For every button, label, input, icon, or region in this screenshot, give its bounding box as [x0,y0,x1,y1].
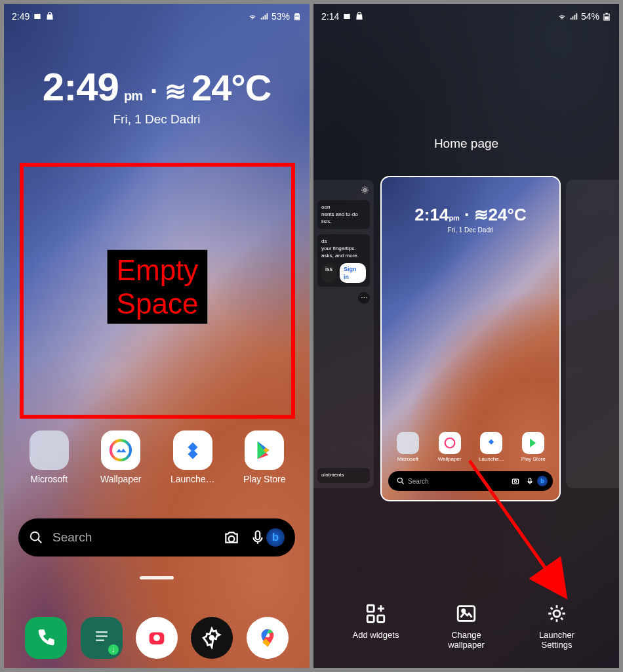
dock-phone[interactable] [25,617,67,659]
svg-point-6 [153,635,160,641]
app-wallpaper[interactable]: Wallpaper [89,430,152,484]
option-label: Add widgets [353,630,399,640]
widgets-icon [365,602,387,625]
feed-card-appointments: ointments [317,468,370,483]
svg-point-13 [445,438,454,448]
wifi-icon [248,12,257,21]
option-label: Change wallpaper [448,630,485,650]
svg-rect-0 [295,16,299,20]
feed-text: your fingertips. [321,245,366,253]
fog-icon: ≋ [474,205,489,224]
separator-dot: · [150,77,157,106]
home-screen-left: 2:49 53% 2:49 pm · ≋ 24°C Fri, 1 Dec Dad… [4,4,310,668]
clock-weather-widget[interactable]: 2:49 pm · ≋ 24°C Fri, 1 Dec Dadri [4,64,310,127]
mini-search-bar: Search b [388,471,553,491]
mini-search-text: Search [408,478,429,485]
home-page-title: Home page [313,136,619,151]
wallpaper-icon [439,432,461,454]
add-widgets-button[interactable]: Add widgets [340,602,412,650]
battery-icon [602,12,611,21]
dock-maps[interactable] [247,617,289,659]
battery-percent: 53% [271,11,290,22]
mic-icon[interactable] [249,529,266,546]
app-row: Microsoft Wallpaper Launche… Play Store [4,430,310,484]
feed-panel-thumbnail[interactable]: oon nents and to-do lists. ds your finge… [313,180,374,488]
option-label: Launcher Settings [539,630,574,650]
home-indicator[interactable] [140,576,174,579]
clock-ampm: pm [124,89,142,104]
dismiss-button[interactable]: iss [321,263,336,283]
launcher-settings-button[interactable]: Launcher Settings [521,602,593,650]
feed-text: ds [321,238,366,245]
search-icon [396,476,405,486]
dock-camera[interactable] [136,617,178,659]
launcher-icon [173,430,212,470]
svg-point-1 [111,440,131,460]
battery-percent: 54% [581,11,599,22]
mini-temp: 24°C [489,205,527,224]
home-screen-right-edit-mode: 2:14 54% Home page oon nents and to-do l… [313,4,619,668]
status-bar: 2:49 53% [4,4,310,25]
search-icon [29,530,43,545]
svg-line-15 [401,482,404,484]
app-label: Play Store [243,474,286,484]
more-icon[interactable]: ⋯ [358,292,370,304]
dock-notes[interactable]: ↓ [81,617,123,659]
status-left: 2:14 [321,11,364,22]
play-store-icon [245,430,284,470]
date-location: Fri, 1 Dec Dadri [4,112,310,127]
status-time: 2:49 [12,11,30,22]
svg-rect-4 [256,531,260,539]
launcher-options-row: Add widgets Change wallpaper Launcher Se… [313,602,619,650]
signin-button[interactable]: Sign in [340,263,366,283]
separator-dot: · [464,205,473,224]
mini-ampm: pm [449,214,460,222]
svg-point-17 [514,480,517,483]
app-microsoft-folder[interactable]: Microsoft [18,430,81,484]
svg-rect-16 [512,479,518,484]
mini-clock-widget: 2:14pm · ≋24°C Fri, 1 Dec Dadri [382,205,559,234]
camera-icon[interactable] [223,529,240,546]
svg-rect-18 [529,478,531,482]
wallpaper-icon [455,602,477,625]
signal-icon [569,12,578,21]
image-icon [342,12,352,21]
svg-point-12 [364,189,367,192]
thumbnail-row: oon nents and to-do lists. ds your finge… [313,176,619,504]
mini-date: Fri, 1 Dec Dadri [382,226,559,234]
gear-icon[interactable] [360,185,370,195]
clock-line1: 2:49 pm · ≋ 24°C [4,64,310,110]
mini-app-label: Play Store [521,456,546,462]
clock-time: 2:49 [43,64,119,110]
feed-text: oon [321,204,366,211]
home-page-thumbnail-selected[interactable]: 2:14pm · ≋24°C Fri, 1 Dec Dadri Microsof… [380,176,561,501]
folder-icon [30,430,69,470]
svg-rect-21 [367,616,374,622]
mini-app-label: Microsoft [397,456,418,462]
status-left: 2:49 [12,11,54,22]
mini-app-launcher: Launche… [472,432,511,462]
status-time: 2:14 [321,11,339,22]
change-wallpaper-button[interactable]: Change wallpaper [430,602,502,650]
feed-text: ointments [321,472,366,479]
mini-app-label: Wallpaper [438,456,462,462]
bing-icon[interactable]: b [266,528,285,547]
bag-icon [355,12,364,21]
wallpaper-icon [101,430,140,470]
app-play-store[interactable]: Play Store [233,430,296,484]
app-launcher[interactable]: Launche… [161,430,224,484]
app-label: Wallpaper [100,474,142,484]
mini-time: 2:14 [414,205,449,224]
feed-card-ds: ds your fingertips. asks, and more. iss … [317,234,370,287]
svg-point-25 [553,610,560,617]
app-label: Microsoft [30,474,68,484]
status-right: 53% [248,11,302,22]
dock-settings[interactable] [191,617,233,659]
search-bar[interactable]: Search b [18,518,295,556]
feed-text: nents and to-do lists. [321,211,366,226]
annotation-empty-space-label: Empty Space [108,250,208,324]
launcher-icon [480,432,502,454]
gear-icon [546,602,568,625]
dock: ↓ [4,617,310,659]
next-page-thumbnail[interactable] [566,180,619,488]
